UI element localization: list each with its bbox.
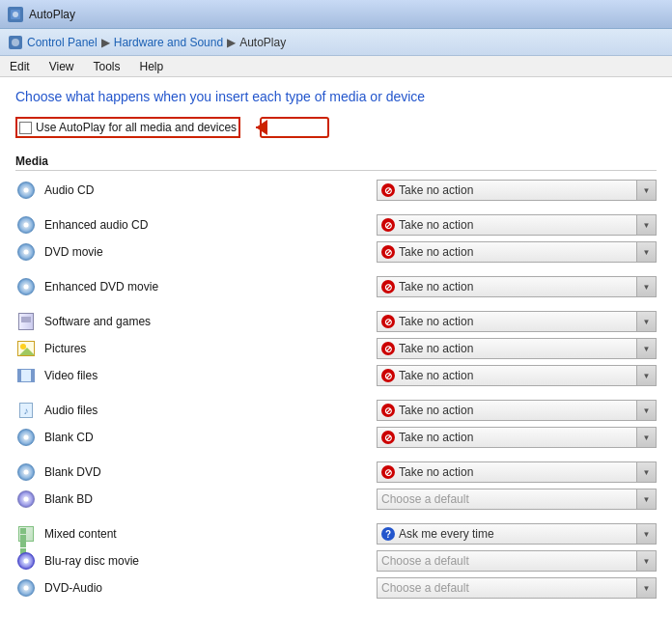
main-content: Choose what happens when you insert each… xyxy=(0,77,672,643)
media-select-audio-files[interactable]: ⊘Take no action xyxy=(377,400,657,421)
media-label-dvd-movie: DVD movie xyxy=(44,245,377,259)
media-label-pictures: Pictures xyxy=(44,342,377,355)
select-arrow-enhanced-audio-cd[interactable] xyxy=(636,215,656,235)
media-icon-dvd-movie xyxy=(15,241,37,263)
media-select-dvd-audio[interactable]: Choose a default xyxy=(377,577,657,599)
media-label-video-files: Video files xyxy=(44,369,377,382)
arrow-annotation xyxy=(256,116,333,139)
breadcrumb-bar: Control Panel ▶ Hardware and Sound ▶ Aut… xyxy=(0,29,672,56)
media-row-blank-cd: Blank CD⊘Take no action xyxy=(15,424,657,451)
select-text-audio-cd: Take no action xyxy=(399,183,473,197)
autoplay-checkbox-label: Use AutoPlay for all media and devices xyxy=(36,121,237,134)
menu-help[interactable]: Help xyxy=(134,58,170,75)
breadcrumb-sep-2: ▶ xyxy=(227,36,236,49)
media-row-dvd-audio: DVD-AudioChoose a default xyxy=(15,574,657,601)
media-row-enhanced-audio-cd: Enhanced audio CD⊘Take no action xyxy=(15,211,657,238)
menu-tools[interactable]: Tools xyxy=(87,58,126,75)
spacer-row xyxy=(15,300,657,308)
select-arrow-enhanced-dvd-movie[interactable] xyxy=(636,277,656,296)
media-row-blank-dvd: Blank DVD⊘Take no action xyxy=(15,459,657,486)
window-icon xyxy=(8,7,23,22)
select-arrow-audio-cd[interactable] xyxy=(636,181,656,200)
media-icon-software-games xyxy=(15,311,37,332)
select-arrow-video-files[interactable] xyxy=(636,366,656,385)
breadcrumb-hardware-sound[interactable]: Hardware and Sound xyxy=(114,36,223,49)
media-select-audio-cd[interactable]: ⊘Take no action xyxy=(377,180,657,201)
breadcrumb-icon xyxy=(8,35,23,50)
no-action-icon: ⊘ xyxy=(381,342,395,355)
spacer-row xyxy=(15,266,657,273)
autoplay-checkbox-container: Use AutoPlay for all media and devices xyxy=(15,117,240,138)
media-icon-dvd-audio xyxy=(15,577,37,599)
menu-view[interactable]: View xyxy=(43,58,80,75)
media-row-enhanced-dvd-movie: Enhanced DVD movie⊘Take no action xyxy=(15,273,657,300)
select-text-pictures: Take no action xyxy=(399,342,473,355)
media-select-dvd-movie[interactable]: ⊘Take no action xyxy=(377,241,657,263)
select-arrow-dvd-movie[interactable] xyxy=(636,242,656,262)
media-label-blank-dvd: Blank DVD xyxy=(44,465,377,479)
svg-point-1 xyxy=(13,12,18,17)
select-text-blank-dvd: Take no action xyxy=(399,465,473,479)
media-select-software-games[interactable]: ⊘Take no action xyxy=(377,311,657,332)
media-select-mixed-content[interactable]: ?Ask me every time xyxy=(377,523,657,545)
media-select-video-files[interactable]: ⊘Take no action xyxy=(377,365,657,386)
media-select-blank-dvd[interactable]: ⊘Take no action xyxy=(377,461,657,483)
media-rows-container: Audio CD⊘Take no actionEnhanced audio CD… xyxy=(15,177,657,601)
select-arrow-dvd-audio[interactable] xyxy=(636,578,656,598)
media-select-enhanced-audio-cd[interactable]: ⊘Take no action xyxy=(377,214,657,236)
breadcrumb-sep-1: ▶ xyxy=(101,36,110,49)
select-arrow-bluray-disc[interactable] xyxy=(636,551,656,571)
media-label-software-games: Software and games xyxy=(44,315,377,328)
no-action-icon: ⊘ xyxy=(381,404,395,417)
select-arrow-mixed-content[interactable] xyxy=(636,524,656,544)
breadcrumb-control-panel[interactable]: Control Panel xyxy=(27,36,98,49)
select-text-enhanced-dvd-movie: Take no action xyxy=(399,280,473,294)
no-action-icon: ⊘ xyxy=(381,183,395,197)
media-label-bluray-disc: Blu-ray disc movie xyxy=(44,554,377,568)
breadcrumb-current: AutoPlay xyxy=(239,36,286,49)
spacer-row xyxy=(15,204,657,211)
select-arrow-software-games[interactable] xyxy=(636,312,656,331)
no-action-icon: ⊘ xyxy=(381,465,395,479)
media-select-blank-bd[interactable]: Choose a default xyxy=(377,489,657,510)
media-icon-audio-files: ♪ xyxy=(15,400,37,421)
select-text-mixed-content: Ask me every time xyxy=(399,527,494,541)
media-select-pictures[interactable]: ⊘Take no action xyxy=(377,338,657,359)
select-text-bluray-disc: Choose a default xyxy=(381,554,469,568)
select-arrow-pictures[interactable] xyxy=(636,339,656,358)
media-icon-audio-cd xyxy=(15,180,37,201)
select-arrow-blank-cd[interactable] xyxy=(636,428,656,447)
svg-point-3 xyxy=(12,39,19,46)
select-text-video-files: Take no action xyxy=(399,369,473,382)
media-row-bluray-disc: Blu-ray disc movieChoose a default xyxy=(15,547,657,574)
no-action-icon: ⊘ xyxy=(381,315,395,328)
select-arrow-audio-files[interactable] xyxy=(636,401,656,420)
media-row-audio-files: ♪Audio files⊘Take no action xyxy=(15,397,657,424)
autoplay-checkbox[interactable] xyxy=(19,122,32,134)
menu-edit[interactable]: Edit xyxy=(4,58,36,75)
select-arrow-blank-bd[interactable] xyxy=(636,489,656,509)
media-label-blank-cd: Blank CD xyxy=(44,431,377,444)
media-icon-mixed-content xyxy=(15,523,37,545)
no-action-icon: ⊘ xyxy=(381,280,395,294)
media-select-blank-cd[interactable]: ⊘Take no action xyxy=(377,427,657,448)
media-icon-blank-cd xyxy=(15,427,37,448)
media-select-bluray-disc[interactable]: Choose a default xyxy=(377,550,657,572)
select-text-software-games: Take no action xyxy=(399,315,473,328)
spacer-row xyxy=(15,451,657,459)
media-label-audio-cd: Audio CD xyxy=(44,183,377,197)
media-label-audio-files: Audio files xyxy=(44,404,377,417)
page-title: Choose what happens when you insert each… xyxy=(15,89,657,104)
media-label-enhanced-audio-cd: Enhanced audio CD xyxy=(44,218,377,232)
media-icon-bluray-disc xyxy=(15,550,37,572)
media-select-enhanced-dvd-movie[interactable]: ⊘Take no action xyxy=(377,276,657,297)
media-icon-video-files xyxy=(15,365,37,386)
spacer-row xyxy=(15,513,657,520)
select-arrow-blank-dvd[interactable] xyxy=(636,462,656,482)
media-row-audio-cd: Audio CD⊘Take no action xyxy=(15,177,657,204)
no-action-icon: ⊘ xyxy=(381,369,395,382)
media-label-blank-bd: Blank BD xyxy=(44,492,377,506)
media-icon-blank-bd xyxy=(15,489,37,510)
media-section-header: Media xyxy=(15,154,657,171)
question-icon: ? xyxy=(381,527,395,541)
